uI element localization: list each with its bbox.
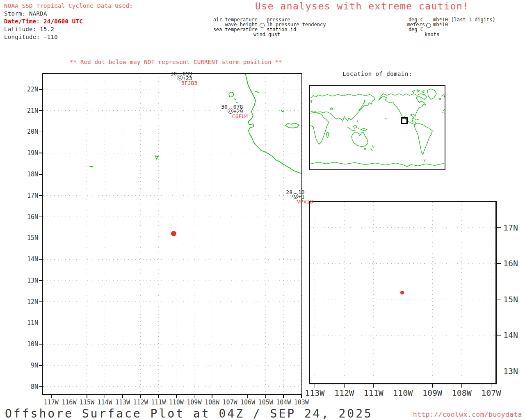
axis-tick-lat	[39, 132, 42, 132]
axis-tick-lon	[212, 395, 212, 398]
axis-tick-lat	[39, 238, 42, 239]
tasmania	[364, 148, 366, 150]
lat-tick-label: 20N	[18, 128, 38, 135]
caribbean-islands	[413, 119, 418, 120]
antarctica-coast	[311, 162, 444, 167]
axis-tick-lat	[39, 153, 42, 153]
lat-tick-label: 11N	[18, 319, 38, 326]
lat-tick-label: 21N	[18, 107, 38, 114]
latitude-line: Latitude: 15.2	[4, 25, 133, 33]
station-id: C6FU4	[232, 114, 248, 119]
africa-coast	[310, 112, 329, 144]
lat-tick-label: 13N	[503, 366, 518, 376]
axis-tick-lat	[39, 217, 42, 217]
axis-tick-lat	[39, 301, 42, 302]
station-circle-icon	[260, 23, 265, 28]
storm-info-block: NOAA SSD Tropical Cyclone Data Used: Sto…	[4, 2, 133, 41]
new-zealand	[371, 146, 374, 151]
hawaii	[385, 119, 387, 119]
axis-tick-lon	[461, 384, 462, 388]
axis-tick-lon	[51, 395, 52, 398]
axis-tick-lon	[87, 395, 87, 398]
axis-tick-lat	[39, 259, 42, 260]
lat-tick-label: 10N	[18, 340, 38, 348]
axis-tick-lat	[39, 195, 42, 196]
arctic-islands	[412, 90, 424, 93]
lat-tick-label: 14N	[503, 330, 518, 340]
indonesia	[347, 121, 359, 131]
lat-tick-label: 17N	[18, 192, 38, 199]
axis-tick-lat	[39, 280, 42, 281]
lat-tick-label: 15N	[18, 234, 38, 242]
lat-tick-label: 17N	[503, 223, 518, 233]
lon-tick-label: 110W	[389, 388, 417, 398]
axis-tick-lon	[140, 395, 141, 398]
lat-tick-label: 18N	[18, 171, 38, 178]
axis-tick-lon	[122, 395, 123, 398]
station-air-temp: 30	[210, 105, 228, 110]
axis-tick-lon	[283, 395, 284, 398]
iceland	[439, 98, 441, 100]
source-url: http://coolwx.com/buoydata	[413, 411, 522, 418]
new-guinea	[361, 128, 367, 131]
greenland	[427, 89, 436, 100]
eurasia-coast	[311, 94, 375, 122]
axis-tick-lon	[373, 384, 374, 388]
lat-tick-label: 16N	[18, 213, 38, 221]
station-circle-inner	[229, 110, 232, 112]
axis-tick-lon	[265, 395, 266, 398]
british-isles	[310, 100, 312, 103]
world-map	[310, 86, 445, 169]
axis-tick-lat	[39, 344, 42, 345]
plot-title: Offshore Surface Plot at 04Z / SEP 24, 2…	[5, 407, 373, 420]
caspian-sea	[331, 107, 333, 110]
unit-pressure-tendency: mb*10	[433, 22, 448, 27]
axis-tick-lon	[247, 395, 248, 398]
lat-tick-label: 15N	[503, 294, 518, 304]
data-source-line: NOAA SSD Tropical Cyclone Data Used:	[4, 2, 133, 10]
axis-tick-lat	[497, 371, 501, 372]
lat-tick-label: 12N	[18, 298, 38, 306]
axis-tick-lat	[497, 227, 501, 228]
lon-tick-label: 111W	[360, 388, 388, 398]
axis-tick-lat	[497, 263, 501, 264]
lat-tick-label: 22N	[18, 86, 38, 93]
lat-tick-label: 14N	[18, 256, 38, 263]
station-id: VPVIB	[297, 199, 313, 204]
offshore-surface-plot: NOAA SSD Tropical Cyclone Data Used: Sto…	[0, 0, 525, 420]
station-circle-inner	[178, 76, 181, 79]
lon-tick-label: 108W	[448, 388, 476, 398]
lon-tick-label: 107W	[477, 388, 505, 398]
axis-tick-lon	[432, 384, 433, 388]
lat-tick-label: 9N	[18, 362, 38, 369]
lat-tick-label: 16N	[503, 258, 518, 268]
madagascar	[326, 132, 329, 138]
unit-sea-temperature: deg C	[390, 27, 423, 32]
lat-tick-label: 13N	[18, 277, 38, 284]
domain-box	[401, 117, 408, 124]
world-inset-frame	[309, 85, 445, 170]
axis-tick-lon	[344, 384, 345, 388]
lon-tick-label: 103W	[288, 399, 315, 406]
station-circle-inner	[294, 195, 297, 198]
lat-tick-label: 19N	[18, 149, 38, 157]
antarctic-peninsula	[424, 159, 425, 162]
lon-tick-label: 113W	[301, 388, 329, 398]
lat-tick-label: 8N	[18, 383, 38, 390]
axis-tick-lon	[230, 395, 231, 398]
axis-tick-lat	[39, 365, 42, 366]
axis-tick-lat	[39, 386, 42, 387]
inset-title: Location of domain:	[312, 71, 443, 77]
south-america-coast	[414, 123, 432, 155]
axis-tick-lon	[403, 384, 404, 388]
right-edge-coast	[441, 94, 445, 113]
axis-tick-lat	[39, 174, 42, 175]
lon-tick-label: 109W	[418, 388, 446, 398]
australia	[352, 132, 368, 147]
longitude-line: Longitude: −110	[4, 33, 133, 41]
axis-tick-lat	[497, 299, 501, 300]
storm-position-dot	[400, 291, 404, 294]
caution-title: Use analyses with extreme caution!	[255, 1, 469, 11]
datetime-line: Date/Time: 24/0600 UTC	[4, 18, 133, 25]
axis-tick-lon	[194, 395, 195, 398]
